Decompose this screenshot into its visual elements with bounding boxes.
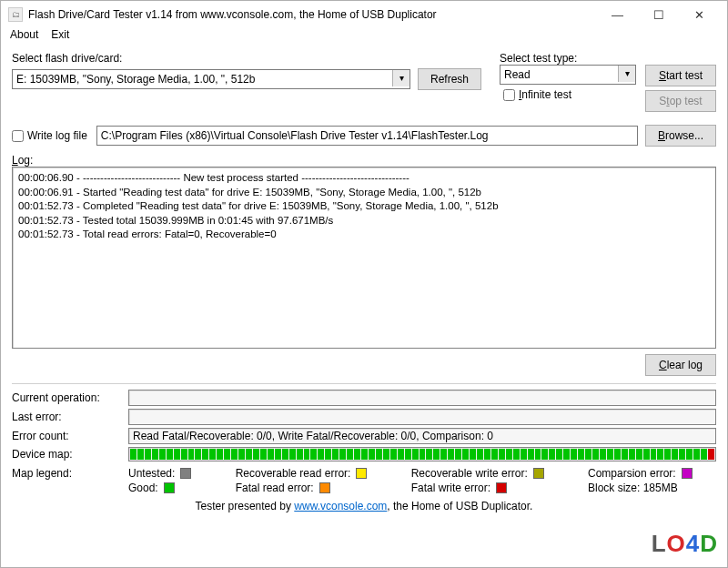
menu-exit[interactable]: Exit <box>51 28 69 46</box>
stop-test-button[interactable]: Stop test <box>645 90 716 112</box>
legend-fatal-read-swatch <box>319 482 330 493</box>
drive-select-label: Select flash drive/card: <box>12 52 481 65</box>
drive-select[interactable]: E: 15039MB, "Sony, Storage Media, 1.00, … <box>12 69 410 89</box>
error-count-value: Read Fatal/Recoverable: 0/0, Write Fatal… <box>128 428 716 444</box>
footer-link[interactable]: www.vconsole.com <box>294 500 387 512</box>
current-op-value <box>128 390 716 406</box>
test-type-select[interactable]: Read <box>500 65 636 85</box>
close-button[interactable]: ✕ <box>679 2 720 27</box>
device-map <box>128 447 716 462</box>
menu-bar: About Exit <box>1 28 727 46</box>
legend-good-swatch <box>164 482 175 493</box>
current-op-label: Current operation: <box>12 391 128 404</box>
refresh-button[interactable]: Refresh <box>418 68 481 90</box>
app-icon: 🗂 <box>8 7 23 22</box>
footer-text: Tester presented by www.vconsole.com, th… <box>12 500 716 512</box>
test-type-label: Select test type: <box>500 52 636 65</box>
legend-fatal-write-swatch <box>496 482 507 493</box>
browse-button[interactable]: Browse... <box>645 125 716 147</box>
start-test-button[interactable]: Start test <box>645 65 716 86</box>
legend-fatal-read-label: Fatal read error: <box>236 482 314 494</box>
legend-good-label: Good: <box>128 482 158 494</box>
legend-block-size-label: Block size: 185MB <box>588 482 678 494</box>
title-bar: 🗂 Flash Drive/Card Tester v1.14 from www… <box>1 1 727 28</box>
legend-rec-write-label: Recoverable write error: <box>411 467 528 480</box>
legend-rec-read-swatch <box>356 468 367 479</box>
legend-comparison-swatch <box>682 468 693 479</box>
write-log-checkbox[interactable] <box>12 130 24 142</box>
map-legend-label: Map legend: <box>12 467 128 480</box>
window-title: Flash Drive/Card Tester v1.14 from www.v… <box>28 8 597 21</box>
infinite-test-checkbox[interactable] <box>503 89 515 101</box>
log-label: Log: <box>12 154 716 167</box>
legend-rec-write-swatch <box>533 468 544 479</box>
error-count-label: Error count: <box>12 430 128 442</box>
legend-untested-swatch <box>180 468 191 479</box>
log-file-path-input[interactable] <box>96 126 638 146</box>
watermark-logo: LO4D <box>652 530 718 558</box>
menu-about[interactable]: About <box>10 28 38 46</box>
legend-fatal-write-label: Fatal write error: <box>411 482 490 494</box>
clear-log-button[interactable]: Clear log <box>645 354 716 376</box>
write-log-label: Write log file <box>27 129 87 142</box>
log-textarea[interactable]: 00:00:06.90 - --------------------------… <box>12 167 716 349</box>
last-error-label: Last error: <box>12 411 128 423</box>
maximize-button[interactable]: ☐ <box>638 2 679 27</box>
minimize-button[interactable]: — <box>597 2 638 27</box>
infinite-test-label: Infinite test <box>519 88 571 101</box>
legend-comparison-label: Comparsion error: <box>588 467 676 480</box>
legend-untested-label: Untested: <box>128 467 175 480</box>
device-map-label: Device map: <box>12 448 128 461</box>
legend-rec-read-label: Recoverable read error: <box>236 467 351 480</box>
map-legend: Untested: Recoverable read error: Recove… <box>128 467 716 494</box>
last-error-value <box>128 409 716 425</box>
